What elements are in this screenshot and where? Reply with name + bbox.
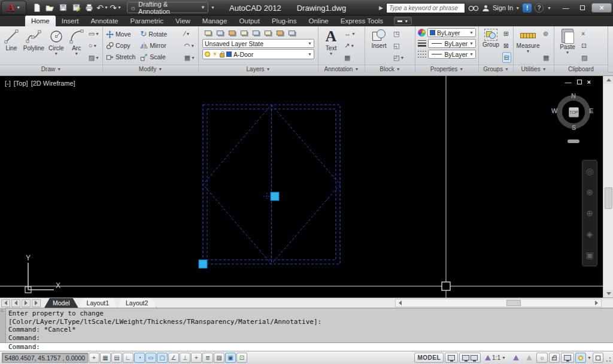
arc-button[interactable]: Arc ▼ bbox=[67, 28, 86, 63]
viewcube-south[interactable]: S bbox=[572, 124, 576, 131]
move-button[interactable]: Move bbox=[105, 29, 136, 40]
hatch-tool-button[interactable]: ▨▼ bbox=[87, 52, 101, 63]
scroll-up-button[interactable] bbox=[603, 76, 613, 84]
coordinates-display[interactable]: 5480.4507, 45.1757 , 0.0000 bbox=[2, 353, 88, 363]
linetype-icon[interactable] bbox=[418, 51, 426, 57]
help-menu-arrow[interactable]: ▼ bbox=[547, 6, 551, 10]
grip-midpoint[interactable] bbox=[271, 192, 279, 201]
close-window-button[interactable]: ✕ bbox=[591, 3, 612, 13]
viewport-view-control[interactable]: [Top] bbox=[14, 80, 28, 87]
scroll-left-button[interactable] bbox=[396, 299, 405, 307]
trim-tool-button[interactable]: ⁄▼ bbox=[183, 28, 196, 39]
help-button[interactable]: ? bbox=[535, 4, 544, 13]
paste-button[interactable]: Paste ▼ bbox=[556, 28, 579, 63]
panel-label-annotation[interactable]: Annotation▼ bbox=[318, 65, 365, 72]
navigation-wheel-icon[interactable]: ◎ bbox=[586, 166, 593, 176]
new-file-button[interactable] bbox=[30, 2, 43, 14]
tab-layout1[interactable]: Layout1 bbox=[78, 298, 117, 308]
vertical-scrollbar[interactable] bbox=[603, 76, 613, 298]
toggle-ortho-mode[interactable]: ∟ bbox=[123, 353, 133, 363]
toggle-infer-constraints[interactable]: + bbox=[89, 353, 99, 363]
text-button[interactable]: A Text ▼ bbox=[320, 28, 342, 63]
viewport-minimize-control[interactable]: [-] bbox=[5, 80, 11, 87]
layer-unisolate-button[interactable] bbox=[238, 29, 249, 37]
toolbar-lock-button[interactable] bbox=[549, 353, 560, 363]
tab-parametric[interactable]: Parametric bbox=[125, 16, 170, 26]
toggle-selection-cycling[interactable]: ⊡ bbox=[236, 353, 247, 363]
create-block-button[interactable]: ◳ bbox=[392, 28, 405, 39]
application-menu-button[interactable]: A ▼ bbox=[1, 1, 26, 15]
horizontal-scroll-thumb[interactable] bbox=[506, 300, 521, 306]
panel-label-utilities[interactable]: Utilities▼ bbox=[514, 65, 554, 72]
match-properties-button[interactable]: ▨ bbox=[580, 52, 588, 63]
lineweight-icon[interactable] bbox=[418, 40, 426, 47]
toggle-quick-properties[interactable]: ▣ bbox=[225, 353, 236, 363]
ribbon-minimize-button[interactable]: ▼ bbox=[394, 17, 412, 25]
horizontal-scrollbar[interactable] bbox=[395, 299, 602, 307]
viewcube-east[interactable]: E bbox=[589, 107, 593, 114]
navigation-bar[interactable]: ◎ ⊛ ⊕ ◈ ▣ bbox=[582, 160, 597, 266]
annotation-scale-button[interactable]: 1:1 ▼ bbox=[482, 353, 509, 363]
layer-state-dropdown[interactable]: Unsaved Layer State ▼ bbox=[202, 39, 314, 48]
search-binoculars-icon[interactable] bbox=[468, 4, 479, 12]
layer-properties-button[interactable] bbox=[202, 29, 213, 37]
stretch-button[interactable]: Stretch bbox=[105, 51, 136, 63]
dimension-tool-button[interactable]: ↔▼ bbox=[343, 28, 357, 39]
copy-button[interactable]: Copy bbox=[105, 40, 136, 51]
make-current-button[interactable] bbox=[274, 29, 285, 37]
quick-view-layouts-button[interactable] bbox=[445, 353, 458, 363]
toggle-3d-object-snap[interactable]: ▢ bbox=[157, 353, 168, 363]
toggle-show-lineweight[interactable]: ≣ bbox=[202, 353, 213, 363]
toggle-dynamic-input[interactable]: + bbox=[191, 353, 202, 363]
scroll-right-button[interactable] bbox=[592, 299, 601, 307]
rectangle-tool-button[interactable]: ▭▼ bbox=[87, 28, 101, 39]
exchange-apps-button[interactable]: ! bbox=[523, 4, 532, 13]
window-resize-grip[interactable] bbox=[605, 354, 612, 362]
toggle-show-transparency[interactable]: ▨ bbox=[214, 353, 224, 363]
layer-freeze-button[interactable] bbox=[250, 29, 261, 37]
first-layout-button[interactable] bbox=[1, 299, 10, 307]
vertical-scroll-thumb[interactable] bbox=[605, 187, 612, 209]
lineweight-dropdown[interactable]: ByLayer ▼ bbox=[428, 39, 476, 48]
viewport-minimize-button[interactable]: — bbox=[565, 78, 572, 86]
orbit-icon[interactable]: ◈ bbox=[587, 229, 593, 239]
fillet-tool-button[interactable]: ◠▼ bbox=[183, 40, 196, 51]
viewport-restore-button[interactable] bbox=[577, 80, 582, 84]
mirror-button[interactable]: Mirror bbox=[139, 40, 168, 51]
last-layout-button[interactable] bbox=[32, 299, 41, 307]
viewcube-menu-pill[interactable] bbox=[568, 139, 579, 143]
tab-view[interactable]: View bbox=[169, 16, 196, 26]
tab-model[interactable]: Model bbox=[44, 298, 78, 308]
panel-label-block[interactable]: Block▼ bbox=[365, 65, 415, 72]
zoom-icon[interactable]: ⊕ bbox=[586, 208, 593, 218]
panel-label-groups[interactable]: Groups▼ bbox=[479, 65, 513, 72]
toggle-snap-mode[interactable]: ▦ bbox=[100, 353, 111, 363]
plot-button[interactable] bbox=[83, 2, 96, 14]
infocenter-expand-arrow[interactable]: ▶ bbox=[379, 5, 383, 11]
tab-express-tools[interactable]: Express Tools bbox=[335, 16, 389, 26]
define-attributes-button[interactable]: ◰▼ bbox=[392, 52, 405, 63]
array-tool-button[interactable]: ▦▼ bbox=[183, 52, 196, 63]
group-button[interactable]: Group bbox=[481, 28, 501, 63]
next-layout-button[interactable] bbox=[22, 299, 31, 307]
leader-tool-button[interactable]: ↗▼ bbox=[343, 40, 357, 51]
redo-button[interactable]: ↷▼ bbox=[109, 2, 122, 14]
tab-annotate[interactable]: Annotate bbox=[84, 16, 124, 26]
toggle-polar-tracking[interactable]: ◔ bbox=[134, 353, 145, 363]
panel-label-clipboard[interactable]: Clipboard bbox=[554, 65, 608, 72]
tab-output[interactable]: Output bbox=[233, 16, 266, 26]
layer-dropdown[interactable]: ☀ A-Door ▼ bbox=[202, 49, 314, 59]
group-add-button[interactable]: ⊠ bbox=[502, 40, 511, 51]
isolate-objects-button[interactable] bbox=[575, 353, 586, 363]
viewcube-west[interactable]: W bbox=[551, 107, 557, 114]
status-menu-arrow[interactable]: ▼ bbox=[587, 356, 591, 360]
toggle-object-snap-tracking[interactable]: ∠ bbox=[168, 353, 179, 363]
layer-off-button[interactable] bbox=[262, 29, 273, 37]
prev-layout-button[interactable] bbox=[11, 299, 20, 307]
rotate-button[interactable]: ↻ Rotate bbox=[139, 29, 168, 40]
toggle-dynamic-ucs[interactable]: ⊥ bbox=[180, 353, 190, 363]
undo-button[interactable]: ↶▼ bbox=[96, 2, 109, 14]
tab-insert[interactable]: Insert bbox=[56, 16, 85, 26]
tab-home[interactable]: Home bbox=[25, 16, 56, 26]
command-input-line[interactable]: Command: bbox=[0, 342, 613, 351]
